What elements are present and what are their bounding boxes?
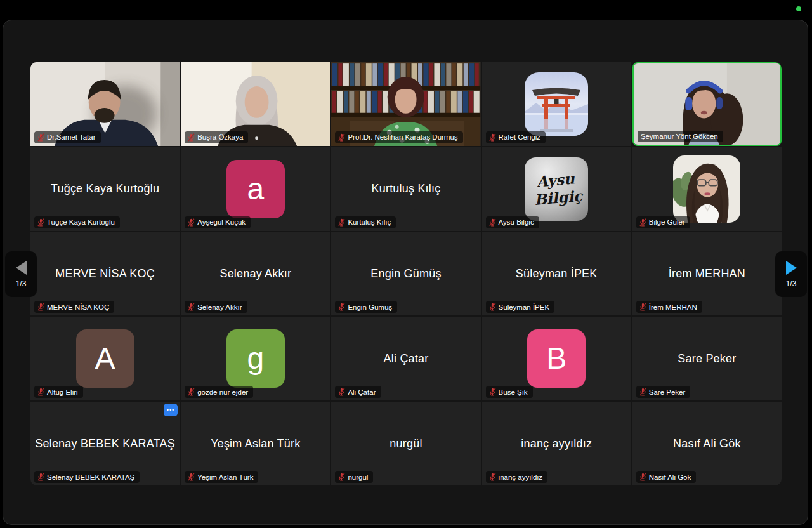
participant-name: İrem MERHAN [649, 303, 697, 311]
participant-tile-12[interactable]: Selenay Akkır Selenay Akkır [181, 232, 330, 316]
muted-mic-icon [338, 303, 345, 311]
participant-name-label: Tuğçe Kaya Kurtoğlu [34, 216, 120, 228]
participant-name-label: inanç ayyıldız [486, 471, 548, 483]
participant-tile-17[interactable]: g gözde nur ejder [181, 317, 330, 400]
participant-name: nurgül [348, 473, 368, 481]
avatar-initial: g [226, 329, 285, 388]
muted-mic-icon [489, 388, 496, 396]
participant-name-label: Buse Şık [486, 386, 533, 398]
participant-name-label: Süleyman İPEK [486, 301, 555, 313]
participant-name: Şeymanur Yönt Gökcen [641, 133, 718, 140]
participant-tile-11[interactable]: MERVE NİSA KOÇ MERVE NİSA KOÇ [30, 232, 180, 316]
participant-tile-2[interactable]: Büşra Özkaya [181, 62, 330, 146]
avatar-letter-glyph: g [247, 343, 264, 374]
participant-name: Bilge Güler [649, 218, 685, 226]
participant-name-label: Selenay BEBEK KARATAŞ [34, 471, 140, 483]
participant-tile-21[interactable]: Selenay BEBEK KARATAŞ Selenay BEBEK KARA… [30, 402, 180, 485]
participant-name-label: Büşra Özkaya [185, 131, 248, 143]
participant-tile-4[interactable]: Rafet Cengiz [482, 62, 631, 146]
participant-name: Aysu Bilgic [499, 218, 534, 226]
participant-name-label: Ayşegül Küçük [185, 216, 251, 228]
muted-mic-icon [639, 473, 646, 481]
participant-tile-5[interactable]: Şeymanur Yönt Gökcen [632, 62, 782, 146]
participant-tile-19[interactable]: B Buse Şık [482, 317, 631, 400]
avatar-initial: B [527, 329, 586, 388]
participant-name-label: Aysu Bilgic [486, 216, 539, 228]
participant-name-label: MERVE NİSA KOÇ [34, 301, 114, 313]
page-indicator: 1/3 [16, 279, 27, 288]
participant-name: Altuğ Eliri [47, 388, 78, 396]
participant-name-label: Selenay Akkır [185, 301, 247, 313]
participant-name: Yeşim Aslan Türk [197, 473, 253, 481]
participant-tile-22[interactable]: Yeşim Aslan Türk Yeşim Aslan Türk [181, 402, 330, 485]
more-options-button[interactable]: ••• [164, 404, 178, 416]
avatar-letter-glyph: A [95, 343, 115, 374]
participant-name-label: Engin Gümüş [335, 301, 397, 313]
participant-name: Ali Çatar [348, 388, 376, 396]
participant-name: Sare Peker [649, 388, 686, 396]
avatar-letter-glyph: B [546, 343, 566, 374]
muted-mic-icon [37, 303, 44, 311]
participant-name-label: Şeymanur Yönt Gökcen [638, 131, 723, 142]
chevron-left-icon [16, 261, 27, 275]
participant-name: Rafet Cengiz [499, 133, 540, 141]
participant-name: inanç ayyıldız [499, 473, 543, 481]
participant-tile-7[interactable]: a Ayşegül Küçük [181, 147, 330, 231]
participant-name: Tuğçe Kaya Kurtoğlu [47, 218, 115, 226]
participant-name: gözde nur ejder [197, 388, 248, 396]
muted-mic-icon [489, 133, 496, 142]
participant-tile-8[interactable]: Kurtuluş Kılıç Kurtuluş Kılıç [331, 147, 480, 231]
participant-name-label: Yeşim Aslan Türk [185, 471, 258, 483]
green-status-dot [796, 6, 801, 11]
participant-tile-13[interactable]: Engin Gümüş Engin Gümüş [331, 232, 480, 316]
participant-tile-25[interactable]: Nasıf Ali Gök Nasıf Ali Gök [632, 402, 782, 485]
muted-mic-icon [188, 303, 195, 311]
participant-name: MERVE NİSA KOÇ [47, 303, 109, 311]
participant-name-label: Sare Peker [636, 386, 691, 398]
avatar-image [525, 72, 588, 136]
participant-tile-14[interactable]: Süleyman İPEK Süleyman İPEK [482, 232, 631, 316]
participant-tile-1[interactable]: Dr.Samet Tatar [30, 62, 180, 146]
participant-tile-18[interactable]: Ali Çatar Ali Çatar [331, 317, 480, 400]
participant-name-label: Altuğ Eliri [34, 386, 83, 398]
avatar-letter-glyph: a [247, 174, 264, 204]
participant-name-label: Nasıf Ali Gök [636, 471, 696, 483]
muted-mic-icon [489, 218, 496, 227]
video-grid: Dr.Samet Tatar Büşra Özkaya Prof.Dr. Nes… [30, 62, 782, 485]
participant-name: Selenay BEBEK KARATAŞ [47, 473, 134, 481]
muted-mic-icon [639, 303, 646, 311]
participant-name: Buse Şık [499, 388, 528, 396]
participant-name-label: Ali Çatar [335, 386, 381, 398]
participant-name-label: Kurtuluş Kılıç [335, 216, 396, 228]
participant-tile-15[interactable]: İrem MERHAN İrem MERHAN [632, 232, 782, 316]
participant-tile-20[interactable]: Sare Peker Sare Peker [632, 317, 782, 400]
meeting-app: { "meeting": { "pagination_label": "1/3"… [0, 0, 812, 528]
participant-name: Kurtuluş Kılıç [348, 218, 391, 226]
participant-tile-16[interactable]: A Altuğ Eliri [30, 317, 180, 400]
muted-mic-icon [188, 388, 195, 396]
participant-name: Engin Gümüş [348, 303, 392, 311]
avatar-image: Aysu Bilgiç [525, 157, 588, 221]
participant-tile-3[interactable]: Prof.Dr. Neslihan Karataş Durmuş [331, 62, 480, 146]
participant-tile-9[interactable]: Aysu Bilgiç Aysu Bilgic [482, 147, 631, 231]
participant-name-label: gözde nur ejder [185, 386, 253, 398]
previous-page-button[interactable]: 1/3 [5, 251, 37, 297]
participant-name-label: Bilge Güler [636, 216, 690, 228]
muted-mic-icon [188, 473, 195, 481]
participant-tile-23[interactable]: nurgül nurgül [331, 402, 480, 485]
avatar-initial: a [226, 160, 285, 218]
participant-tile-24[interactable]: inanç ayyıldız inanç ayyıldız [482, 402, 631, 485]
participant-name-label: İrem MERHAN [636, 301, 702, 313]
participant-name: Süleyman İPEK [499, 303, 550, 311]
participant-name: Dr.Samet Tatar [47, 133, 96, 141]
participant-name: Büşra Özkaya [197, 133, 243, 141]
muted-mic-icon [338, 473, 345, 481]
participant-tile-6[interactable]: Tuğçe Kaya Kurtoğlu Tuğçe Kaya Kurtoğlu [30, 147, 180, 231]
participant-name-label: Rafet Cengiz [486, 131, 546, 143]
muted-mic-icon [188, 218, 195, 227]
participant-tile-10[interactable]: Bilge Güler [632, 147, 782, 231]
muted-mic-icon [489, 303, 496, 311]
muted-mic-icon [489, 473, 496, 481]
ellipsis-icon: ••• [167, 407, 174, 413]
next-page-button[interactable]: 1/3 [775, 251, 807, 297]
